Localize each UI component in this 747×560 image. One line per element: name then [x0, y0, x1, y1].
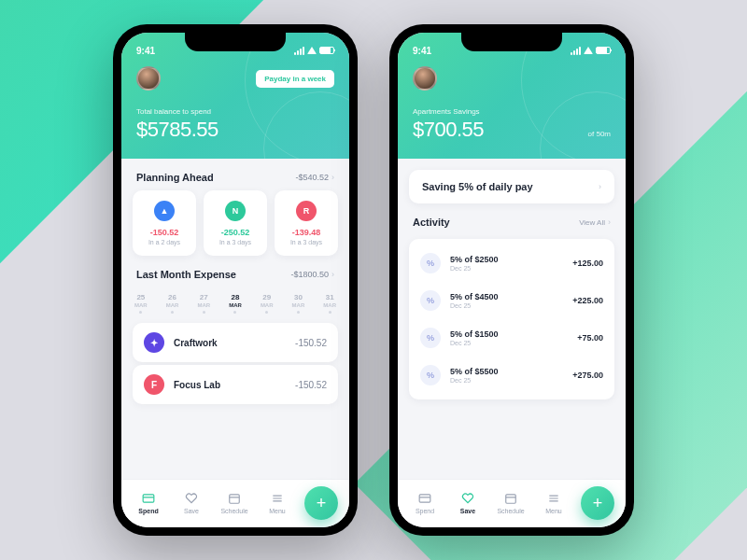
- plan-due: In a 3 days: [219, 239, 251, 245]
- date-cell[interactable]: 31MAR: [323, 293, 336, 314]
- merchant-name: Craftwork: [174, 338, 295, 348]
- date-cell[interactable]: 29MAR: [261, 293, 274, 314]
- chevron-right-icon: ›: [331, 173, 334, 182]
- menu-icon: [270, 492, 285, 505]
- wifi-icon: [307, 47, 317, 54]
- balance-of: of 50m: [588, 130, 611, 138]
- activity-title-text: 5% of $5500: [450, 367, 572, 376]
- avatar[interactable]: [413, 66, 437, 91]
- activity-title-text: 5% of $4500: [450, 292, 572, 301]
- date-cell[interactable]: 28MAR: [229, 293, 242, 314]
- activity-date: Dec 25: [450, 340, 577, 346]
- phone-save: 9:41 Apartments Savings $700.55 of 50m: [389, 24, 634, 536]
- plan-app-icon: R: [296, 201, 317, 221]
- expense-row[interactable]: ✦ Craftwork -150.52: [133, 323, 338, 362]
- tab-menu[interactable]: Menu: [261, 492, 293, 514]
- status-time: 9:41: [136, 46, 155, 56]
- svg-rect-0: [143, 495, 154, 502]
- calendar-icon: [503, 492, 518, 505]
- battery-icon: [319, 47, 334, 54]
- plan-value: -139.48: [292, 228, 321, 237]
- plan-app-icon: ▲: [154, 201, 175, 221]
- planning-title: Planning Ahead: [136, 172, 214, 183]
- chevron-right-icon: ›: [331, 270, 334, 279]
- activity-title: Activity: [413, 217, 450, 228]
- tab-spend[interactable]: Spend: [133, 492, 164, 514]
- card-icon: [417, 492, 432, 505]
- plan-due: In a 2 days: [148, 239, 180, 245]
- percent-icon: %: [420, 253, 441, 273]
- balance-value: $5785.55: [136, 118, 218, 142]
- chevron-right-icon: ›: [608, 217, 611, 227]
- add-button[interactable]: +: [581, 486, 614, 520]
- chevron-right-icon: ›: [599, 182, 601, 191]
- balance-label: Apartments Savings: [413, 107, 611, 116]
- activity-value: +225.00: [572, 296, 603, 305]
- plan-app-icon: N: [225, 201, 246, 221]
- activity-row[interactable]: % 5% of $4500Dec 25 +225.00: [409, 282, 614, 319]
- plan-due: In a 3 days: [290, 239, 322, 245]
- percent-icon: %: [420, 365, 441, 385]
- date-cell[interactable]: 30MAR: [292, 293, 305, 314]
- date-cell[interactable]: 26MAR: [166, 293, 179, 314]
- activity-value: +275.00: [572, 371, 603, 380]
- add-button[interactable]: +: [304, 486, 338, 520]
- saving-rule[interactable]: Saving 5% of daily pay ›: [409, 170, 614, 203]
- svg-rect-7: [419, 495, 430, 502]
- lastmonth-title: Last Month Expense: [136, 269, 236, 280]
- percent-icon: %: [420, 328, 441, 348]
- activity-date: Dec 25: [450, 302, 572, 309]
- wifi-icon: [584, 47, 593, 54]
- menu-icon: [546, 492, 561, 505]
- activity-row[interactable]: % 5% of $1500Dec 25 +75.00: [409, 319, 614, 357]
- date-cell[interactable]: 25MAR: [134, 293, 148, 314]
- merchant-icon: ✦: [144, 332, 164, 353]
- expense-list: ✦ Craftwork -150.52F Focus Lab -150.52: [133, 323, 338, 404]
- activity-value: +125.00: [572, 259, 603, 268]
- planning-card[interactable]: N -250.52 In a 3 days: [204, 190, 267, 256]
- view-all-link[interactable]: View All›: [579, 217, 611, 227]
- activity-date: Dec 25: [450, 377, 572, 384]
- signal-icon: [571, 47, 581, 55]
- heart-icon: [460, 492, 475, 505]
- activity-row[interactable]: % 5% of $2500Dec 25 +125.00: [409, 245, 614, 282]
- date-cell[interactable]: 27MAR: [197, 293, 210, 314]
- activity-date: Dec 25: [450, 265, 572, 272]
- tab-spend[interactable]: Spend: [409, 492, 441, 514]
- tab-bar: Spend Save Schedule Menu +: [398, 479, 626, 527]
- activity-title-text: 5% of $1500: [450, 329, 577, 339]
- avatar[interactable]: [136, 66, 161, 91]
- tab-menu[interactable]: Menu: [538, 492, 570, 514]
- planning-card[interactable]: R -139.48 In a 3 days: [275, 190, 338, 256]
- tab-bar: Spend Save Schedule Menu +: [121, 479, 349, 527]
- notch: [185, 33, 286, 51]
- tab-save[interactable]: Save: [452, 492, 484, 514]
- balance-value: $700.55: [413, 118, 484, 142]
- tab-schedule[interactable]: Schedule: [495, 492, 527, 514]
- battery-icon: [596, 47, 611, 54]
- plan-value: -250.52: [221, 228, 250, 237]
- balance-label: Total balance to spend: [136, 107, 334, 116]
- date-strip[interactable]: 25MAR26MAR27MAR28MAR29MAR30MAR31MAR: [133, 293, 338, 314]
- svg-rect-2: [230, 495, 240, 503]
- expense-row[interactable]: F Focus Lab -150.52: [133, 365, 338, 404]
- calendar-icon: [227, 492, 242, 505]
- tab-save[interactable]: Save: [176, 492, 207, 514]
- activity-row[interactable]: % 5% of $5500Dec 25 +275.00: [409, 357, 614, 394]
- planning-total: -$540.52: [295, 173, 329, 182]
- percent-icon: %: [420, 290, 441, 311]
- tab-schedule[interactable]: Schedule: [218, 492, 250, 514]
- heart-icon: [184, 492, 199, 505]
- notch: [461, 33, 562, 51]
- planning-card[interactable]: ▲ -150.52 In a 2 days: [133, 190, 196, 256]
- payday-pill[interactable]: Payday in a week: [256, 70, 334, 88]
- merchant-icon: F: [144, 374, 164, 395]
- card-icon: [141, 492, 156, 505]
- phone-spend: 9:41 Payday in a week Total balance to s…: [113, 24, 358, 536]
- merchant-name: Focus Lab: [174, 380, 295, 390]
- lastmonth-total: -$1800.50: [290, 270, 329, 279]
- expense-value: -150.52: [295, 380, 327, 390]
- activity-list: % 5% of $2500Dec 25 +125.00% 5% of $4500…: [409, 239, 614, 399]
- expense-value: -150.52: [295, 338, 327, 348]
- plan-value: -150.52: [150, 228, 179, 237]
